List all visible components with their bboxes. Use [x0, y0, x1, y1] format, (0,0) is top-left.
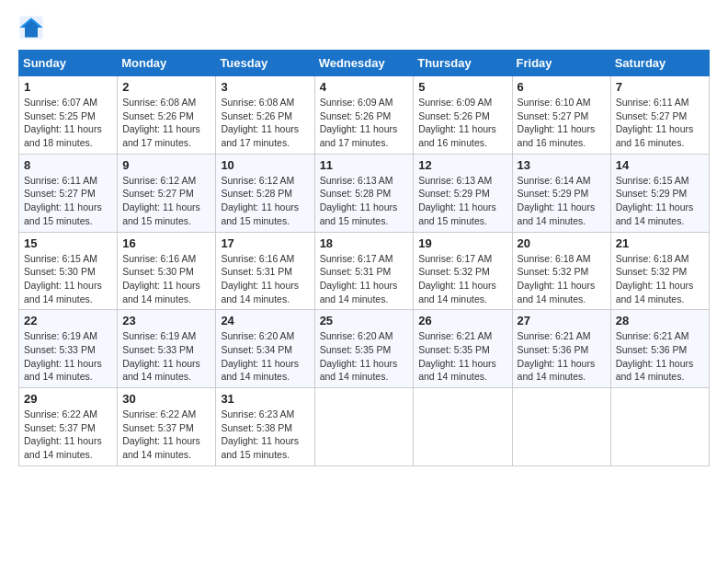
- calendar-cell: 18Sunrise: 6:17 AMSunset: 5:31 PMDayligh…: [314, 232, 414, 310]
- logo-icon: [18, 15, 44, 40]
- calendar-cell: [512, 388, 610, 466]
- logo: [18, 15, 46, 40]
- page-header: [18, 15, 710, 40]
- calendar-cell: 8Sunrise: 6:11 AMSunset: 5:27 PMDaylight…: [19, 154, 118, 232]
- day-number: 11: [320, 158, 409, 172]
- day-info: Sunrise: 6:09 AMSunset: 5:26 PMDaylight:…: [320, 96, 409, 150]
- calendar-cell: 30Sunrise: 6:22 AMSunset: 5:37 PMDayligh…: [118, 388, 216, 466]
- day-info: Sunrise: 6:15 AMSunset: 5:29 PMDaylight:…: [616, 174, 704, 228]
- day-number: 27: [518, 314, 606, 327]
- header-wednesday: Wednesday: [314, 51, 414, 76]
- day-number: 31: [221, 392, 309, 406]
- day-number: 8: [24, 158, 112, 172]
- day-number: 10: [221, 158, 309, 172]
- day-info: Sunrise: 6:17 AMSunset: 5:32 PMDaylight:…: [418, 252, 506, 306]
- calendar-cell: 11Sunrise: 6:13 AMSunset: 5:28 PMDayligh…: [314, 154, 414, 232]
- day-number: 19: [418, 236, 506, 250]
- calendar-cell: 23Sunrise: 6:19 AMSunset: 5:33 PMDayligh…: [118, 310, 216, 388]
- day-number: 4: [320, 80, 409, 94]
- day-number: 26: [418, 314, 506, 327]
- day-info: Sunrise: 6:21 AMSunset: 5:35 PMDaylight:…: [418, 329, 506, 384]
- calendar-cell: 13Sunrise: 6:14 AMSunset: 5:29 PMDayligh…: [512, 154, 610, 232]
- day-info: Sunrise: 6:15 AMSunset: 5:30 PMDaylight:…: [24, 252, 112, 306]
- day-info: Sunrise: 6:21 AMSunset: 5:36 PMDaylight:…: [616, 329, 704, 384]
- day-info: Sunrise: 6:13 AMSunset: 5:29 PMDaylight:…: [418, 174, 506, 228]
- day-info: Sunrise: 6:10 AMSunset: 5:27 PMDaylight:…: [518, 96, 606, 150]
- day-number: 30: [122, 392, 210, 406]
- day-number: 6: [518, 80, 606, 94]
- calendar-cell: [414, 388, 512, 466]
- day-info: Sunrise: 6:13 AMSunset: 5:28 PMDaylight:…: [320, 174, 409, 228]
- day-number: 17: [221, 236, 309, 250]
- day-number: 5: [418, 80, 506, 94]
- day-number: 9: [122, 158, 210, 172]
- calendar-cell: 28Sunrise: 6:21 AMSunset: 5:36 PMDayligh…: [610, 310, 709, 388]
- day-number: 20: [518, 236, 606, 250]
- calendar-cell: 31Sunrise: 6:23 AMSunset: 5:38 PMDayligh…: [216, 388, 314, 466]
- calendar-cell: 1Sunrise: 6:07 AMSunset: 5:25 PMDaylight…: [19, 76, 118, 155]
- day-number: 21: [616, 236, 704, 250]
- header-sunday: Sunday: [19, 51, 118, 76]
- header-thursday: Thursday: [414, 51, 512, 76]
- header-row: SundayMondayTuesdayWednesdayThursdayFrid…: [19, 51, 710, 76]
- day-info: Sunrise: 6:08 AMSunset: 5:26 PMDaylight:…: [122, 96, 210, 150]
- calendar-cell: 15Sunrise: 6:15 AMSunset: 5:30 PMDayligh…: [19, 232, 118, 310]
- calendar-cell: 5Sunrise: 6:09 AMSunset: 5:26 PMDaylight…: [414, 76, 512, 155]
- day-number: 1: [24, 80, 112, 94]
- calendar-cell: 29Sunrise: 6:22 AMSunset: 5:37 PMDayligh…: [19, 388, 118, 466]
- day-number: 3: [221, 80, 309, 94]
- week-row-5: 29Sunrise: 6:22 AMSunset: 5:37 PMDayligh…: [19, 388, 710, 466]
- week-row-3: 15Sunrise: 6:15 AMSunset: 5:30 PMDayligh…: [19, 232, 710, 310]
- day-number: 28: [616, 314, 704, 327]
- header-saturday: Saturday: [610, 51, 709, 76]
- calendar-cell: 22Sunrise: 6:19 AMSunset: 5:33 PMDayligh…: [19, 310, 118, 388]
- day-info: Sunrise: 6:09 AMSunset: 5:26 PMDaylight:…: [418, 96, 506, 150]
- day-info: Sunrise: 6:19 AMSunset: 5:33 PMDaylight:…: [24, 329, 112, 384]
- day-number: 16: [122, 236, 210, 250]
- calendar-cell: 24Sunrise: 6:20 AMSunset: 5:34 PMDayligh…: [216, 310, 314, 388]
- day-number: 25: [320, 314, 409, 327]
- calendar-cell: 2Sunrise: 6:08 AMSunset: 5:26 PMDaylight…: [118, 76, 216, 155]
- header-tuesday: Tuesday: [216, 51, 314, 76]
- day-info: Sunrise: 6:08 AMSunset: 5:26 PMDaylight:…: [221, 96, 309, 150]
- calendar-cell: 25Sunrise: 6:20 AMSunset: 5:35 PMDayligh…: [314, 310, 414, 388]
- day-info: Sunrise: 6:07 AMSunset: 5:25 PMDaylight:…: [24, 96, 112, 150]
- day-info: Sunrise: 6:11 AMSunset: 5:27 PMDaylight:…: [616, 96, 704, 150]
- day-info: Sunrise: 6:19 AMSunset: 5:33 PMDaylight:…: [122, 329, 210, 384]
- day-info: Sunrise: 6:22 AMSunset: 5:37 PMDaylight:…: [24, 408, 112, 462]
- calendar-cell: 6Sunrise: 6:10 AMSunset: 5:27 PMDaylight…: [512, 76, 610, 155]
- day-info: Sunrise: 6:22 AMSunset: 5:37 PMDaylight:…: [122, 408, 210, 462]
- day-info: Sunrise: 6:20 AMSunset: 5:34 PMDaylight:…: [221, 329, 309, 384]
- day-info: Sunrise: 6:17 AMSunset: 5:31 PMDaylight:…: [320, 252, 409, 306]
- calendar-cell: 3Sunrise: 6:08 AMSunset: 5:26 PMDaylight…: [216, 76, 314, 155]
- calendar-table: SundayMondayTuesdayWednesdayThursdayFrid…: [18, 50, 710, 466]
- day-info: Sunrise: 6:21 AMSunset: 5:36 PMDaylight:…: [518, 329, 606, 384]
- calendar-cell: 21Sunrise: 6:18 AMSunset: 5:32 PMDayligh…: [610, 232, 709, 310]
- calendar-cell: [610, 388, 709, 466]
- day-info: Sunrise: 6:20 AMSunset: 5:35 PMDaylight:…: [320, 329, 409, 384]
- day-info: Sunrise: 6:16 AMSunset: 5:30 PMDaylight:…: [122, 252, 210, 306]
- calendar-cell: 7Sunrise: 6:11 AMSunset: 5:27 PMDaylight…: [610, 76, 709, 155]
- header-monday: Monday: [118, 51, 216, 76]
- calendar-cell: 17Sunrise: 6:16 AMSunset: 5:31 PMDayligh…: [216, 232, 314, 310]
- calendar-cell: [314, 388, 414, 466]
- calendar-cell: 14Sunrise: 6:15 AMSunset: 5:29 PMDayligh…: [610, 154, 709, 232]
- day-number: 15: [24, 236, 112, 250]
- day-number: 22: [24, 314, 112, 327]
- calendar-cell: 4Sunrise: 6:09 AMSunset: 5:26 PMDaylight…: [314, 76, 414, 155]
- calendar-cell: 20Sunrise: 6:18 AMSunset: 5:32 PMDayligh…: [512, 232, 610, 310]
- day-info: Sunrise: 6:16 AMSunset: 5:31 PMDaylight:…: [221, 252, 309, 306]
- day-info: Sunrise: 6:12 AMSunset: 5:28 PMDaylight:…: [221, 174, 309, 228]
- week-row-2: 8Sunrise: 6:11 AMSunset: 5:27 PMDaylight…: [19, 154, 710, 232]
- calendar-cell: 27Sunrise: 6:21 AMSunset: 5:36 PMDayligh…: [512, 310, 610, 388]
- calendar-cell: 9Sunrise: 6:12 AMSunset: 5:27 PMDaylight…: [118, 154, 216, 232]
- day-info: Sunrise: 6:12 AMSunset: 5:27 PMDaylight:…: [122, 174, 210, 228]
- day-info: Sunrise: 6:14 AMSunset: 5:29 PMDaylight:…: [518, 174, 606, 228]
- day-info: Sunrise: 6:18 AMSunset: 5:32 PMDaylight:…: [616, 252, 704, 306]
- day-number: 7: [616, 80, 704, 94]
- day-info: Sunrise: 6:11 AMSunset: 5:27 PMDaylight:…: [24, 174, 112, 228]
- day-number: 12: [418, 158, 506, 172]
- week-row-4: 22Sunrise: 6:19 AMSunset: 5:33 PMDayligh…: [19, 310, 710, 388]
- calendar-cell: 16Sunrise: 6:16 AMSunset: 5:30 PMDayligh…: [118, 232, 216, 310]
- calendar-cell: 12Sunrise: 6:13 AMSunset: 5:29 PMDayligh…: [414, 154, 512, 232]
